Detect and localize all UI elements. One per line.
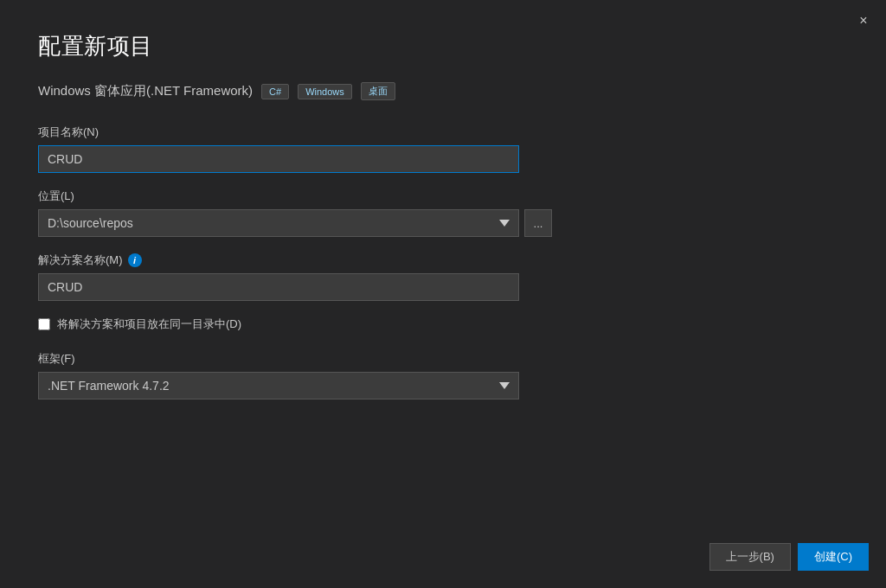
browse-button[interactable]: ... — [524, 209, 552, 237]
same-dir-row: 将解决方案和项目放在同一目录中(D) — [38, 316, 848, 332]
project-type-name: Windows 窗体应用(.NET Framework) — [38, 83, 253, 99]
tag-windows: Windows — [298, 84, 352, 99]
tag-csharp: C# — [261, 84, 289, 99]
framework-group: 框架(F) .NET Framework 4.7.2 — [38, 351, 848, 399]
project-name-group: 项目名称(N) — [38, 125, 848, 173]
create-button[interactable]: 创建(C) — [798, 543, 869, 571]
location-row: D:\source\repos ... — [38, 209, 848, 237]
framework-label: 框架(F) — [38, 351, 848, 367]
same-dir-label[interactable]: 将解决方案和项目放在同一目录中(D) — [57, 316, 241, 332]
solution-name-label: 解决方案名称(M) — [38, 252, 123, 268]
solution-name-group: 解决方案名称(M) i — [38, 252, 848, 301]
dialog-footer: 上一步(B) 创建(C) — [0, 533, 886, 588]
dialog-title: 配置新项目 — [38, 31, 848, 61]
location-label: 位置(L) — [38, 189, 848, 204]
tag-desktop: 桌面 — [361, 82, 395, 100]
location-group: 位置(L) D:\source\repos ... — [38, 189, 848, 237]
same-dir-checkbox[interactable] — [38, 318, 50, 330]
info-icon[interactable]: i — [128, 253, 142, 267]
project-name-label: 项目名称(N) — [38, 125, 848, 140]
solution-name-input[interactable] — [38, 273, 519, 301]
solution-label-row: 解决方案名称(M) i — [38, 252, 848, 268]
project-name-input[interactable] — [38, 145, 519, 173]
back-button[interactable]: 上一步(B) — [709, 543, 791, 571]
configure-project-dialog: × 配置新项目 Windows 窗体应用(.NET Framework) C# … — [0, 0, 886, 588]
close-button[interactable]: × — [853, 10, 874, 31]
location-select[interactable]: D:\source\repos — [38, 209, 519, 237]
dialog-content: 配置新项目 Windows 窗体应用(.NET Framework) C# Wi… — [0, 0, 886, 533]
project-type-row: Windows 窗体应用(.NET Framework) C# Windows … — [38, 82, 848, 100]
framework-select[interactable]: .NET Framework 4.7.2 — [38, 372, 519, 399]
